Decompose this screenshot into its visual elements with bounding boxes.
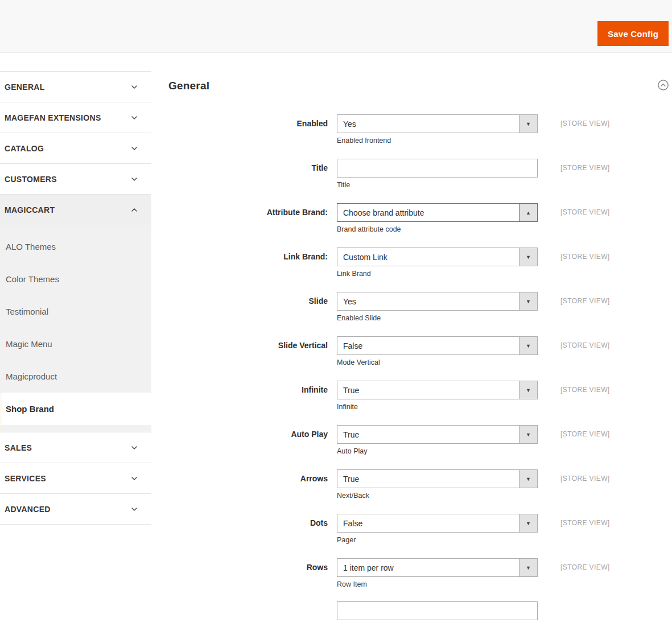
- field-control-column: False▼Pager: [337, 514, 538, 544]
- field-label: Link Brand:: [168, 248, 328, 262]
- chevron-down-icon: [130, 83, 139, 92]
- dropdown-arrow-down-icon[interactable]: ▼: [519, 514, 537, 532]
- sidebar-item-magiccart[interactable]: MAGICCART: [0, 195, 151, 225]
- dropdown-arrow-up-icon[interactable]: ▲: [519, 204, 537, 221]
- field-control-column: Yes▼Enabled frontend: [337, 114, 538, 145]
- title-input[interactable]: [337, 159, 538, 178]
- scope-badge: [STORE VIEW]: [560, 425, 610, 438]
- partial-field[interactable]: [337, 601, 538, 620]
- field-control-column: Title: [337, 159, 538, 189]
- admin-config-page: Save Config GENERALMAGEFAN EXTENSIONSCAT…: [0, 0, 672, 631]
- field-row-auto-play: Auto PlayTrue▼Auto Play[STORE VIEW]: [168, 425, 670, 455]
- field-control-column: True▼Infinite: [337, 381, 538, 411]
- slide-select[interactable]: Yes▼: [337, 292, 538, 311]
- sidebar-item-alo-themes[interactable]: ALO Themes: [0, 230, 151, 263]
- field-row-slide-vertical: Slide VerticalFalse▼Mode Vertical[STORE …: [168, 336, 670, 366]
- page-header: Save Config: [0, 0, 672, 53]
- dropdown-arrow-down-icon[interactable]: ▼: [519, 115, 537, 133]
- scope-badge: [STORE VIEW]: [560, 469, 610, 482]
- dropdown-arrow-down-icon[interactable]: ▼: [519, 248, 537, 266]
- dots-select[interactable]: False▼: [337, 514, 538, 533]
- field-label: Arrows: [168, 469, 328, 484]
- sidebar-item-color-themes[interactable]: Color Themes: [0, 263, 151, 295]
- field-note: Infinite: [337, 403, 538, 411]
- config-content: General EnabledYes▼Enabled frontend[STOR…: [151, 53, 672, 631]
- field-control-column: [337, 601, 538, 620]
- sidebar-item-general[interactable]: GENERAL: [0, 72, 151, 102]
- sidebar-section-label: SALES: [5, 443, 32, 452]
- rows-select[interactable]: 1 item per row▼: [337, 558, 538, 577]
- chevron-down-icon: [130, 113, 139, 122]
- sidebar-item-advanced[interactable]: ADVANCED: [0, 494, 151, 525]
- sidebar-section-label: CATALOG: [5, 144, 44, 153]
- field-control-column: Custom Link▼Link Brand: [337, 248, 538, 278]
- select-value: True: [337, 381, 519, 399]
- attribute-brand-select[interactable]: Choose brand attribute▲: [337, 203, 538, 222]
- dropdown-arrow-down-icon[interactable]: ▼: [519, 426, 537, 443]
- sidebar-item-magicproduct[interactable]: Magicproduct: [0, 360, 151, 393]
- arrows-select[interactable]: True▼: [337, 469, 538, 488]
- field-row-attribute-brand: Attribute Brand:Choose brand attribute▲B…: [168, 203, 670, 233]
- field-row-dots: DotsFalse▼Pager[STORE VIEW]: [168, 514, 670, 544]
- chevron-up-icon: [130, 205, 139, 215]
- scope-badge: [STORE VIEW]: [560, 203, 610, 216]
- page-body: GENERALMAGEFAN EXTENSIONSCATALOGCUSTOMER…: [0, 53, 672, 631]
- save-config-button[interactable]: Save Config: [597, 21, 669, 46]
- field-note: Pager: [337, 536, 538, 544]
- section-header: General: [168, 79, 670, 93]
- dropdown-arrow-down-icon[interactable]: ▼: [519, 470, 537, 488]
- dropdown-arrow-down-icon[interactable]: ▼: [519, 559, 537, 576]
- field-note: Row Item: [337, 580, 538, 588]
- section-title: General: [168, 80, 209, 92]
- chevron-down-icon: [130, 505, 139, 514]
- sidebar-item-catalog[interactable]: CATALOG: [0, 133, 151, 164]
- field-row-partial: [168, 601, 670, 620]
- field-label: Title: [168, 159, 328, 174]
- field-note: Auto Play: [337, 447, 538, 455]
- chevron-down-icon: [130, 175, 139, 184]
- sidebar-item-magefan-extensions[interactable]: MAGEFAN EXTENSIONS: [0, 102, 151, 133]
- sidebar-item-sales[interactable]: SALES: [0, 432, 151, 463]
- select-value: Custom Link: [337, 248, 519, 266]
- sidebar-item-services[interactable]: SERVICES: [0, 463, 151, 494]
- select-value: False: [337, 337, 519, 354]
- select-value: Choose brand attribute: [337, 204, 519, 221]
- field-row-link-brand: Link Brand:Custom Link▼Link Brand[STORE …: [168, 248, 670, 278]
- collapse-section-button[interactable]: [657, 79, 670, 93]
- scope-badge: [STORE VIEW]: [560, 159, 610, 172]
- sidebar-item-testimonial[interactable]: Testimonial: [0, 295, 151, 328]
- scope-badge: [STORE VIEW]: [560, 514, 610, 527]
- sidebar-item-magic-menu[interactable]: Magic Menu: [0, 328, 151, 360]
- field-row-slide: SlideYes▼Enabled Slide[STORE VIEW]: [168, 292, 670, 322]
- link-brand-select[interactable]: Custom Link▼: [337, 248, 538, 266]
- auto-play-select[interactable]: True▼: [337, 425, 538, 444]
- chevron-down-icon: [130, 474, 139, 483]
- select-value: 1 item per row: [337, 559, 519, 576]
- sidebar-item-customers[interactable]: CUSTOMERS: [0, 164, 151, 195]
- field-note: Link Brand: [337, 270, 538, 278]
- scope-badge: [STORE VIEW]: [560, 248, 610, 261]
- dropdown-arrow-down-icon[interactable]: ▼: [519, 292, 537, 310]
- enabled-select[interactable]: Yes▼: [337, 114, 538, 133]
- select-value: True: [337, 470, 519, 488]
- field-label: Infinite: [168, 381, 328, 395]
- field-control-column: True▼Next/Back: [337, 469, 538, 500]
- field-note: Mode Vertical: [337, 358, 538, 366]
- infinite-select[interactable]: True▼: [337, 381, 538, 399]
- field-note: Brand attribute code: [337, 225, 538, 233]
- sidebar-section-label: MAGICCART: [5, 205, 55, 215]
- scope-badge: [STORE VIEW]: [560, 114, 610, 127]
- field-label: [168, 601, 328, 605]
- field-note: Next/Back: [337, 492, 538, 500]
- slide-vertical-select[interactable]: False▼: [337, 336, 538, 355]
- dropdown-arrow-down-icon[interactable]: ▼: [519, 337, 537, 354]
- sidebar-section-label: MAGEFAN EXTENSIONS: [5, 113, 101, 122]
- sidebar-section-label: CUSTOMERS: [5, 175, 57, 184]
- chevron-down-icon: [130, 144, 139, 153]
- sidebar-item-shop-brand[interactable]: Shop Brand: [0, 393, 151, 425]
- field-note: Enabled frontend: [337, 137, 538, 145]
- sidebar-section-label: GENERAL: [5, 83, 45, 92]
- dropdown-arrow-down-icon[interactable]: ▼: [519, 381, 537, 399]
- field-row-rows: Rows1 item per row▼Row Item[STORE VIEW]: [168, 558, 670, 588]
- scope-badge: [STORE VIEW]: [560, 381, 610, 394]
